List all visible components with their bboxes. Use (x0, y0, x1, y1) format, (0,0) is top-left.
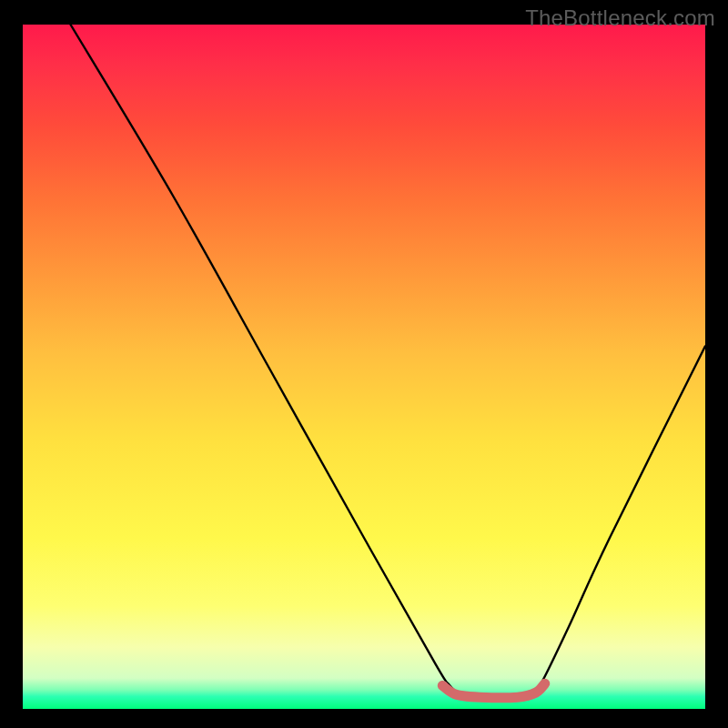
plot-area (23, 25, 705, 709)
chart-overlay-svg (23, 25, 705, 709)
optimal-range-marker-path (442, 683, 545, 698)
bottleneck-curve-path (71, 25, 706, 698)
chart-container: TheBottleneck.com (0, 0, 728, 728)
watermark-text: TheBottleneck.com (525, 5, 715, 31)
